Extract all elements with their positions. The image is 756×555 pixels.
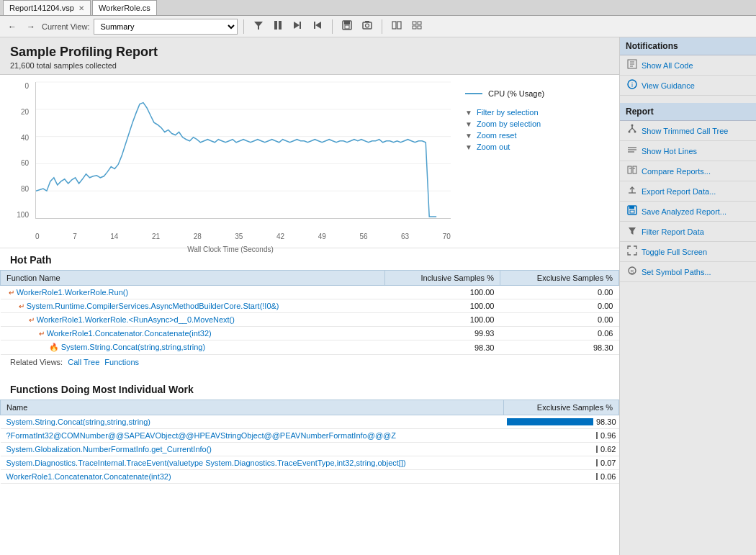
set-symbol-paths-label: Set Symbol Paths... — [642, 268, 711, 276]
toggle-fullscreen-item[interactable]: Toggle Full Screen — [620, 242, 756, 262]
hot-path-row-2-link[interactable]: WorkerRole1.WorkerRole.<RunAsync>d__0.Mo… — [37, 315, 235, 324]
set-symbol-paths-item[interactable]: S Set Symbol Paths... — [620, 262, 756, 282]
func-row-2-bar: 0.62 — [507, 445, 616, 454]
hot-path-row-3-inclusive: 99.93 — [384, 327, 500, 340]
save-analyzed-item[interactable]: Save Analyzed Report... — [620, 202, 756, 222]
chart-container: 100 80 60 40 20 0 — [10, 82, 451, 240]
filter-report-label: Filter Report Data — [642, 227, 704, 236]
call-tree-link[interactable]: Call Tree — [68, 358, 99, 366]
func-row-2-name: System.Globalization.NumberFormatInfo.ge… — [1, 443, 504, 456]
hot-path-row-3-exclusive: 0.06 — [500, 327, 618, 340]
forward-button[interactable]: → — [23, 19, 39, 34]
show-trimmed-call-tree-item[interactable]: Show Trimmed Call Tree — [620, 121, 756, 141]
func-row-0-link[interactable]: System.String.Concat(string,string,strin… — [6, 418, 151, 426]
functions-title: Functions Doing Most Individual Work — [0, 378, 619, 400]
func-row-3-name: System.Diagnostics.TraceInternal.TraceEv… — [1, 456, 504, 470]
chart-section: 100 80 60 40 20 0 — [0, 75, 619, 248]
pause-icon-btn[interactable] — [270, 18, 286, 35]
show-all-code-item[interactable]: Show All Code — [620, 55, 756, 76]
svg-rect-13 — [392, 22, 396, 29]
func-row-0-name: System.String.Concat(string,string,strin… — [1, 415, 504, 429]
save-icon-btn[interactable] — [338, 18, 356, 35]
svg-text:S: S — [630, 269, 634, 275]
hot-path-row-4-exclusive: 98.30 — [500, 340, 618, 355]
func-row-2-link[interactable]: System.Globalization.NumberFormatInfo.ge… — [6, 445, 212, 454]
columns-icon-btn[interactable] — [388, 18, 405, 35]
zoom-out-icon: ▼ — [465, 143, 472, 151]
func-bar-4 — [596, 473, 598, 480]
hot-path-row-1-link[interactable]: System.Runtime.CompilerServices.AsyncMet… — [27, 302, 279, 310]
tab-workerrole-label: WorkerRole.cs — [99, 4, 150, 12]
svg-rect-46 — [629, 206, 634, 209]
func-row-3-link[interactable]: System.Diagnostics.TraceInternal.TraceEv… — [6, 459, 406, 467]
svg-rect-1 — [274, 21, 277, 30]
show-all-code-label: Show All Code — [642, 61, 693, 70]
back-button[interactable]: ← — [4, 19, 20, 34]
hot-path-table: Function Name Inclusive Samples % Exclus… — [0, 270, 619, 355]
svg-marker-6 — [315, 22, 321, 29]
svg-point-33 — [631, 125, 634, 127]
legend-cpu-label: CPU (% Usage) — [488, 89, 544, 98]
tab-report-label: Report141204.vsp — [9, 4, 74, 12]
func-row-1-bar: 0.96 — [507, 431, 616, 440]
hot-path-row-0-link[interactable]: WorkerRole1.WorkerRole.Run() — [17, 288, 128, 297]
filter-report-item[interactable]: Filter Report Data — [620, 222, 756, 242]
functions-link[interactable]: Functions — [104, 358, 139, 366]
hot-path-row-4-link[interactable]: System.String.Concat(string,string,strin… — [61, 343, 206, 351]
func-row-3-bar: 0.07 — [507, 459, 616, 467]
tab-workerrole[interactable]: WorkerRole.cs — [92, 0, 157, 15]
hot-path-row-4-inclusive: 98.30 — [384, 340, 500, 355]
related-views-label: Related Views: — [10, 358, 63, 366]
notifications-section: Notifications Show All Code i View Guida… — [620, 37, 756, 96]
show-trimmed-call-tree-label: Show Trimmed Call Tree — [642, 127, 728, 135]
col-function-name: Function Name — [1, 271, 385, 286]
arrow-icon-0: ↵ — [9, 289, 14, 297]
func-row-4-value: 0.06 — [504, 470, 619, 484]
mark1-icon-btn[interactable] — [289, 18, 306, 35]
svg-point-11 — [366, 24, 369, 27]
related-views: Related Views: Call Tree Functions — [0, 355, 619, 369]
report-header-panel: Report — [620, 103, 756, 121]
hot-path-row-1-inclusive: 100.00 — [384, 299, 500, 313]
toggle-fullscreen-label: Toggle Full Screen — [642, 248, 707, 256]
svg-rect-47 — [630, 210, 634, 213]
func-row-4-link[interactable]: WorkerRole1.Concatenator.Concatenate(int… — [6, 472, 171, 481]
tab-report-close[interactable]: ✕ — [78, 4, 84, 12]
filter-icon-btn[interactable] — [250, 18, 267, 35]
view-guidance-item[interactable]: i View Guidance — [620, 76, 756, 96]
camera-icon-btn[interactable] — [359, 18, 376, 35]
mark2-icon-btn[interactable] — [309, 18, 326, 35]
legend-zoom[interactable]: ▼ Zoom by selection — [465, 119, 609, 128]
x-axis-labels: 0 7 14 21 28 35 42 49 56 63 70 — [35, 230, 451, 240]
func-row-4-name: WorkerRole1.Concatenator.Concatenate(int… — [1, 470, 504, 484]
hot-path-row-0-name: ↵ WorkerRole1.WorkerRole.Run() — [1, 286, 385, 299]
hot-path-section: Hot Path Function Name Inclusive Samples… — [0, 248, 619, 378]
save-analyzed-icon — [627, 205, 637, 217]
svg-point-34 — [629, 131, 631, 133]
view-select[interactable]: Summary — [94, 19, 238, 35]
table-row: System.Globalization.NumberFormatInfo.ge… — [1, 443, 619, 456]
svg-rect-8 — [344, 21, 350, 24]
export-report-item[interactable]: Export Report Data... — [620, 181, 756, 202]
compare-reports-item[interactable]: Compare Reports... — [620, 161, 756, 181]
arrow-icon-1: ↵ — [19, 302, 24, 310]
tab-report[interactable]: Report141204.vsp ✕ — [3, 0, 91, 15]
table-row: ↵ WorkerRole1.Concatenator.Concatenate(i… — [1, 327, 619, 340]
func-col-name: Name — [1, 400, 504, 415]
legend-zoom-out[interactable]: ▼ Zoom out — [465, 143, 609, 151]
hot-path-row-3-link[interactable]: WorkerRole1.Concatenator.Concatenate(int… — [47, 329, 212, 338]
func-row-1-link[interactable]: ?FormatInt32@COMNumber@@SAPEAVObject@@HP… — [6, 431, 396, 440]
legend-zoom-reset[interactable]: ▼ Zoom reset — [465, 131, 609, 140]
legend-zoom-out-label: Zoom out — [477, 143, 510, 151]
func-row-1-name: ?FormatInt32@COMNumber@@SAPEAVObject@@HP… — [1, 429, 504, 443]
filter-icon: ▼ — [465, 109, 472, 117]
grid-icon-btn[interactable] — [408, 18, 426, 35]
show-all-code-icon — [627, 59, 637, 71]
hot-path-title: Hot Path — [0, 248, 619, 270]
functions-header-row: Name Exclusive Samples % — [1, 400, 619, 415]
hot-path-row-0-exclusive: 0.00 — [500, 286, 618, 299]
show-hot-lines-item[interactable]: Show Hot Lines — [620, 141, 756, 161]
tab-bar: Report141204.vsp ✕ WorkerRole.cs — [0, 0, 756, 16]
legend-filter[interactable]: ▼ Filter by selection — [465, 108, 609, 117]
svg-rect-16 — [418, 22, 421, 24]
